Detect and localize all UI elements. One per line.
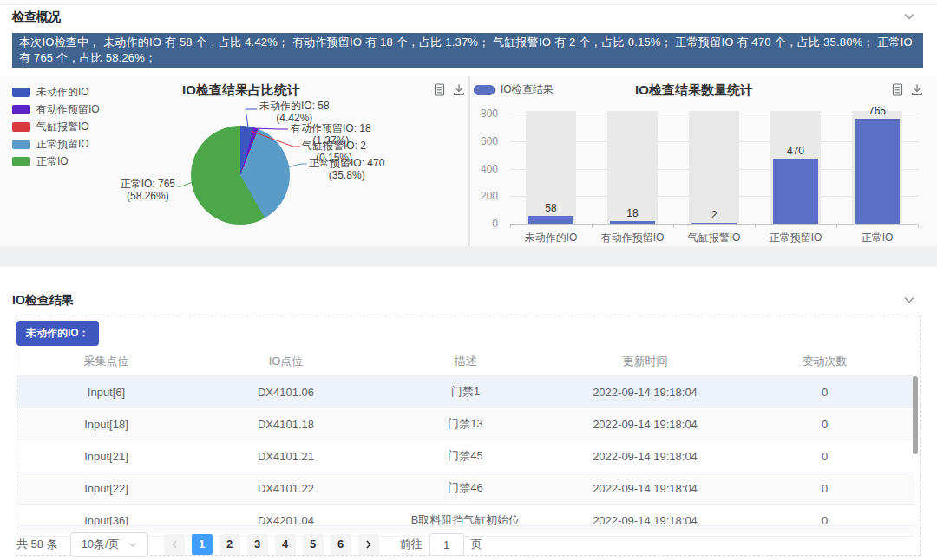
legend-item[interactable]: 未动作的IO: [12, 83, 100, 101]
table-cell: 0: [735, 440, 914, 472]
page-button[interactable]: 5: [303, 534, 324, 555]
pie-label: 正常预留IO: 470(35.8%): [309, 158, 384, 182]
page-button[interactable]: 2: [220, 534, 240, 555]
table-row: Input[6]DX4101.06门禁12022-09-14 19:18:040: [16, 376, 914, 408]
table-header-cell: 采集点位: [16, 348, 196, 376]
legend-chip: [474, 85, 495, 95]
table-cell: 0: [735, 408, 914, 440]
bar[interactable]: [855, 119, 900, 224]
axis-tick: [592, 225, 593, 228]
legend-chip: [12, 140, 30, 149]
table-row: Input[22]DX4101.22门禁462022-09-14 19:18:0…: [16, 472, 914, 505]
pagination-total: 共 58 条: [16, 537, 58, 552]
x-axis-label: 正常预留IO: [755, 231, 836, 245]
goto-suffix: 页: [471, 537, 482, 552]
pagination: 共 58 条 10条/页 123456 前往 页: [16, 532, 920, 557]
table-cell: 门禁46: [376, 472, 555, 505]
bar-value-label: 470: [755, 145, 836, 157]
table-row: Input[21]DX4101.21门禁452022-09-14 19:18:0…: [16, 440, 914, 472]
pie-chart-title: IO检查结果占比统计: [182, 82, 300, 99]
bar-legend[interactable]: IO检查结果: [474, 82, 554, 97]
table-row: Input[18]DX4101.18门禁132022-09-14 19:18:0…: [16, 408, 914, 440]
legend-item[interactable]: 有动作预留IO: [12, 101, 100, 118]
bar[interactable]: [610, 221, 655, 224]
y-axis-label: 0: [467, 218, 498, 230]
results-panel: 未动作的IO： 采集点位IO点位描述更新时间变动次数 Input[6]DX410…: [16, 316, 921, 556]
table-header-cell: 描述: [376, 348, 555, 376]
pie-label: 未动作的IO: 58(4.42%): [259, 101, 330, 125]
results-table: 采集点位IO点位描述更新时间变动次数 Input[6]DX4101.06门禁12…: [16, 348, 914, 537]
bar-value-label: 18: [592, 207, 673, 219]
x-axis-label: 未动作的IO: [510, 231, 592, 245]
table-cell: Input[18]: [16, 408, 196, 440]
x-axis-label: 正常IO: [836, 231, 918, 245]
page-size-select[interactable]: 10条/页: [70, 532, 148, 557]
table-header: 采集点位IO点位描述更新时间变动次数: [16, 348, 914, 376]
bar[interactable]: [691, 223, 737, 224]
page-button[interactable]: 1: [192, 534, 213, 555]
filter-category-button[interactable]: 未动作的IO：: [16, 321, 99, 346]
charts-section: 未动作的IO有动作预留IO气缸报警IO正常预留IO正常IO IO检查结果占比统计…: [0, 76, 937, 246]
table-cell: DX4101.06: [196, 376, 376, 408]
page-button[interactable]: 3: [247, 534, 268, 555]
page-button[interactable]: 4: [275, 534, 296, 555]
overview-section-title: 检查概况: [12, 10, 61, 25]
bar-background-band: [689, 111, 739, 224]
axis-tick: [510, 225, 511, 228]
overview-collapse-chevron-icon[interactable]: [902, 10, 916, 23]
prev-page-button[interactable]: [164, 534, 185, 555]
axis-tick: [918, 225, 919, 228]
legend-item[interactable]: 气缸报警IO: [12, 118, 100, 135]
legend-item[interactable]: 正常预留IO: [12, 135, 100, 153]
table-cell: Input[21]: [16, 440, 196, 472]
data-view-icon[interactable]: [892, 83, 903, 96]
data-view-icon[interactable]: [434, 83, 445, 96]
x-axis-label: 气缸报警IO: [673, 231, 755, 245]
results-section-title: IO检查结果: [12, 293, 74, 309]
legend-chip: [12, 105, 30, 114]
legend-chip: [12, 88, 30, 97]
x-axis-line: [510, 224, 918, 225]
table-cell: 2022-09-14 19:18:04: [555, 440, 735, 472]
y-axis-label: 600: [467, 135, 498, 147]
bar-value-label: 58: [510, 202, 592, 214]
bar-value-label: 2: [673, 209, 755, 221]
bar[interactable]: [773, 159, 818, 224]
table-scrollbar[interactable]: [913, 376, 918, 454]
table-cell: 门禁45: [376, 440, 555, 472]
table-header-cell: IO点位: [196, 348, 376, 376]
legend-label: 未动作的IO: [36, 85, 89, 100]
next-page-button[interactable]: [358, 534, 379, 555]
axis-tick: [755, 225, 756, 228]
legend-label: 正常IO: [36, 154, 69, 169]
summary-banner: 本次IO检查中， 未动作的IO 有 58 个，占比 4.42%； 有动作预留IO…: [12, 33, 923, 68]
results-collapse-chevron-icon[interactable]: [902, 293, 916, 307]
legend-label: IO检查结果: [501, 82, 554, 97]
bar-toolbox: [892, 83, 923, 96]
table-cell: DX4101.21: [196, 440, 376, 472]
table-body: Input[6]DX4101.06门禁12022-09-14 19:18:040…: [16, 376, 914, 537]
legend-label: 气缸报警IO: [36, 120, 89, 134]
pie-chart[interactable]: [191, 126, 290, 225]
table-header-cell: 变动次数: [735, 348, 914, 376]
results-section: IO检查结果 未动作的IO： 采集点位IO点位描述更新时间变动次数 Input[…: [0, 267, 937, 560]
table-cell: Input[6]: [16, 376, 196, 408]
pie-legend: 未动作的IO有动作预留IO气缸报警IO正常预留IO正常IO: [12, 83, 100, 170]
table-cell: 0: [735, 376, 914, 408]
section-gap: [0, 246, 937, 267]
page-button[interactable]: 6: [331, 534, 351, 555]
pie-label: 正常IO: 765(58.26%): [121, 179, 175, 203]
download-icon[interactable]: [453, 83, 465, 96]
top-divider: [0, 4, 937, 5]
pie-toolbox: [434, 83, 465, 96]
legend-item[interactable]: 正常IO: [12, 153, 100, 170]
bar[interactable]: [528, 216, 573, 224]
table-header-cell: 更新时间: [555, 348, 735, 376]
download-icon[interactable]: [911, 83, 923, 96]
y-axis-label: 400: [467, 163, 498, 175]
table-header-row: 采集点位IO点位描述更新时间变动次数: [16, 348, 914, 376]
table-cell: 门禁13: [376, 408, 555, 440]
bar-chart-title: IO检查结果数量统计: [635, 82, 753, 99]
bar-value-label: 765: [836, 105, 918, 117]
goto-page-input[interactable]: [429, 533, 464, 556]
